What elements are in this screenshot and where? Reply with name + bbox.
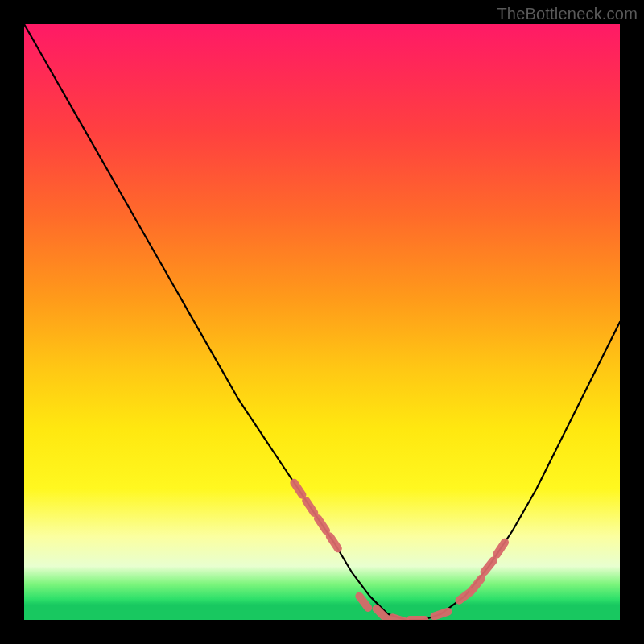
svg-line-9 xyxy=(459,592,470,601)
svg-line-0 xyxy=(294,483,302,495)
watermark-text: TheBottleneck.com xyxy=(497,5,638,23)
svg-line-11 xyxy=(485,560,493,572)
svg-line-2 xyxy=(318,518,326,530)
svg-line-6 xyxy=(393,617,407,620)
svg-line-1 xyxy=(306,501,314,513)
chart-svg xyxy=(24,24,620,620)
svg-line-3 xyxy=(330,536,338,548)
chart-frame: TheBottleneck.com xyxy=(0,0,644,644)
svg-line-8 xyxy=(435,612,448,617)
svg-line-10 xyxy=(473,579,481,590)
curve-markers xyxy=(294,483,505,620)
svg-line-5 xyxy=(377,609,387,619)
svg-line-12 xyxy=(497,543,505,555)
plot-area xyxy=(24,24,620,620)
svg-line-4 xyxy=(359,597,368,608)
